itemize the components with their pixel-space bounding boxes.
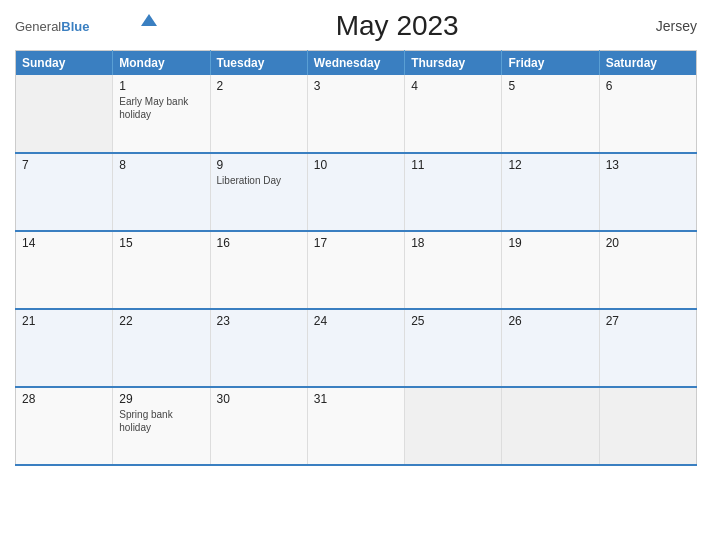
calendar-cell: 1Early May bank holiday [113,75,210,153]
calendar-cell: 7 [16,153,113,231]
day-number: 12 [508,158,592,172]
header: GeneralBlue May 2023 Jersey [15,10,697,42]
day-number: 6 [606,79,690,93]
calendar-cell [16,75,113,153]
calendar-cell: 6 [599,75,696,153]
col-tuesday: Tuesday [210,51,307,76]
day-number: 16 [217,236,301,250]
day-number: 31 [314,392,398,406]
calendar-cell: 22 [113,309,210,387]
day-number: 9 [217,158,301,172]
day-number: 8 [119,158,203,172]
calendar-cell: 9Liberation Day [210,153,307,231]
day-number: 27 [606,314,690,328]
day-number: 23 [217,314,301,328]
page: GeneralBlue May 2023 Jersey Sunday Monda… [0,0,712,550]
col-wednesday: Wednesday [307,51,404,76]
day-number: 22 [119,314,203,328]
day-number: 2 [217,79,301,93]
day-number: 21 [22,314,106,328]
calendar-cell: 19 [502,231,599,309]
col-friday: Friday [502,51,599,76]
day-number: 17 [314,236,398,250]
col-sunday: Sunday [16,51,113,76]
calendar-title: May 2023 [157,10,637,42]
calendar-cell: 17 [307,231,404,309]
holiday-label: Liberation Day [217,174,301,187]
calendar-cell: 30 [210,387,307,465]
holiday-label: Early May bank holiday [119,95,203,121]
week-row-4: 2829Spring bank holiday3031 [16,387,697,465]
day-number: 29 [119,392,203,406]
calendar-cell: 23 [210,309,307,387]
day-number: 19 [508,236,592,250]
day-number: 28 [22,392,106,406]
day-number: 30 [217,392,301,406]
week-row-2: 14151617181920 [16,231,697,309]
day-number: 13 [606,158,690,172]
calendar-cell: 20 [599,231,696,309]
holiday-label: Spring bank holiday [119,408,203,434]
day-number: 25 [411,314,495,328]
day-number: 20 [606,236,690,250]
calendar-cell [599,387,696,465]
calendar-table: Sunday Monday Tuesday Wednesday Thursday… [15,50,697,466]
calendar-cell: 15 [113,231,210,309]
calendar-cell: 10 [307,153,404,231]
calendar-cell: 3 [307,75,404,153]
day-number: 26 [508,314,592,328]
col-thursday: Thursday [405,51,502,76]
calendar-cell: 16 [210,231,307,309]
calendar-body: 1Early May bank holiday23456789Liberatio… [16,75,697,465]
day-number: 24 [314,314,398,328]
day-number: 1 [119,79,203,93]
calendar-cell: 31 [307,387,404,465]
calendar-cell: 26 [502,309,599,387]
calendar-cell: 21 [16,309,113,387]
calendar-header: Sunday Monday Tuesday Wednesday Thursday… [16,51,697,76]
calendar-cell: 4 [405,75,502,153]
day-number: 11 [411,158,495,172]
day-number: 10 [314,158,398,172]
week-row-0: 1Early May bank holiday23456 [16,75,697,153]
calendar-cell: 27 [599,309,696,387]
logo-blue-text: Blue [61,19,89,34]
day-number: 5 [508,79,592,93]
logo-triangle-icon [141,14,157,26]
week-row-3: 21222324252627 [16,309,697,387]
calendar-cell [405,387,502,465]
calendar-cell: 25 [405,309,502,387]
calendar-cell: 24 [307,309,404,387]
logo-general-text: General [15,19,61,34]
region-label: Jersey [637,18,697,34]
day-number: 18 [411,236,495,250]
calendar-cell [502,387,599,465]
calendar-cell: 2 [210,75,307,153]
calendar-cell: 5 [502,75,599,153]
days-header-row: Sunday Monday Tuesday Wednesday Thursday… [16,51,697,76]
day-number: 3 [314,79,398,93]
calendar-cell: 8 [113,153,210,231]
calendar-cell: 28 [16,387,113,465]
calendar-cell: 11 [405,153,502,231]
calendar-cell: 29Spring bank holiday [113,387,210,465]
day-number: 15 [119,236,203,250]
col-monday: Monday [113,51,210,76]
calendar-cell: 14 [16,231,113,309]
calendar-cell: 13 [599,153,696,231]
day-number: 7 [22,158,106,172]
calendar-cell: 18 [405,231,502,309]
day-number: 4 [411,79,495,93]
day-number: 14 [22,236,106,250]
calendar-cell: 12 [502,153,599,231]
col-saturday: Saturday [599,51,696,76]
logo: GeneralBlue [15,19,157,34]
week-row-1: 789Liberation Day10111213 [16,153,697,231]
